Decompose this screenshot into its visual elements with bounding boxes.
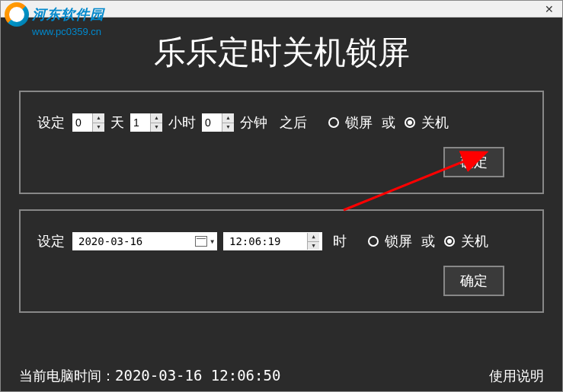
set-label: 设定	[37, 232, 65, 250]
after-label: 之后	[280, 113, 307, 132]
lock-label: 锁屏	[345, 113, 373, 132]
schedule-action-group: 锁屏 或 关机	[368, 232, 488, 250]
minutes-input[interactable]: 0 ▲ ▼	[202, 113, 234, 132]
lock-radio[interactable]	[328, 117, 339, 128]
titlebar: ✕	[1, 1, 562, 18]
hours-input[interactable]: 1 ▲ ▼	[130, 113, 162, 132]
spinner-down-icon[interactable]: ▼	[222, 123, 234, 132]
schedule-row: 设定 2020-03-16 ▼ 12:06:19 ▲ ▼ 时 锁屏	[37, 232, 526, 250]
hours-spinner[interactable]: ▲ ▼	[150, 113, 162, 132]
countdown-row: 设定 0 ▲ ▼ 天 1 ▲ ▼ 小时	[37, 113, 526, 132]
schedule-confirm-button[interactable]: 确定	[443, 266, 504, 296]
spinner-down-icon[interactable]: ▼	[151, 123, 162, 132]
spinner-up-icon[interactable]: ▲	[308, 233, 319, 242]
current-time-value: 2020-03-16 12:06:50	[115, 367, 280, 384]
days-input[interactable]: 0 ▲ ▼	[72, 113, 104, 132]
days-spinner[interactable]: ▲ ▼	[92, 113, 104, 132]
shutdown-radio[interactable]	[444, 236, 455, 247]
shutdown-label: 关机	[421, 113, 449, 132]
spinner-down-icon[interactable]: ▼	[93, 123, 104, 132]
countdown-action-group: 锁屏 或 关机	[328, 113, 449, 132]
minutes-label: 分钟	[240, 113, 267, 132]
calendar-icon[interactable]	[195, 236, 207, 247]
time-value[interactable]: 12:06:19	[226, 235, 304, 247]
set-label: 设定	[37, 113, 65, 132]
current-time-label: 当前电脑时间：	[19, 368, 115, 384]
hours-label: 小时	[168, 113, 196, 132]
footer: 当前电脑时间：2020-03-16 12:06:50 使用说明	[19, 367, 544, 385]
minutes-value[interactable]: 0	[202, 113, 222, 132]
shutdown-label: 关机	[461, 232, 488, 250]
close-icon[interactable]: ✕	[542, 2, 556, 16]
minutes-spinner[interactable]: ▲ ▼	[222, 113, 234, 132]
chevron-down-icon[interactable]: ▼	[210, 238, 214, 245]
date-input[interactable]: 2020-03-16 ▼	[72, 232, 217, 250]
app-title: 乐乐定时关机锁屏	[1, 18, 562, 91]
help-link[interactable]: 使用说明	[489, 367, 544, 385]
hours-value[interactable]: 1	[130, 113, 150, 132]
lock-label: 锁屏	[385, 232, 412, 250]
spinner-up-icon[interactable]: ▲	[222, 113, 234, 123]
at-label: 时	[333, 232, 347, 250]
countdown-confirm-button[interactable]: 确定	[443, 147, 504, 177]
current-time-display: 当前电脑时间：2020-03-16 12:06:50	[19, 367, 280, 385]
time-input[interactable]: 12:06:19 ▲ ▼	[223, 232, 322, 250]
or-label: 或	[421, 232, 435, 250]
or-label: 或	[382, 113, 395, 132]
spinner-up-icon[interactable]: ▲	[93, 113, 104, 123]
app-window: ✕ 程序 739 KB 2018-05-22 11:4... 360 Chrom…	[0, 0, 563, 392]
days-label: 天	[110, 113, 124, 132]
shutdown-radio[interactable]	[405, 117, 415, 128]
spinner-up-icon[interactable]: ▲	[151, 113, 162, 123]
lock-radio[interactable]	[368, 236, 379, 247]
schedule-panel: 设定 2020-03-16 ▼ 12:06:19 ▲ ▼ 时 锁屏	[19, 209, 544, 313]
days-value[interactable]: 0	[72, 113, 92, 132]
countdown-panel: 设定 0 ▲ ▼ 天 1 ▲ ▼ 小时	[19, 91, 544, 194]
date-value[interactable]: 2020-03-16	[75, 235, 192, 247]
time-spinner[interactable]: ▲ ▼	[307, 233, 319, 250]
spinner-down-icon[interactable]: ▼	[308, 242, 319, 250]
